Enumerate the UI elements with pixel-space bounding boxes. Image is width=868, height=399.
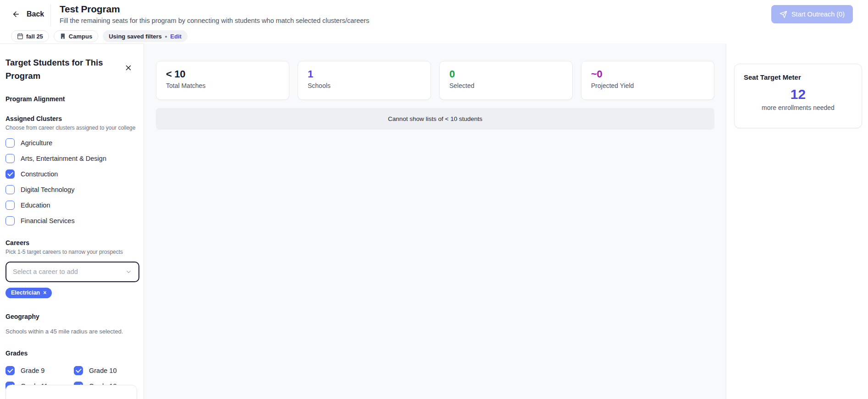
stat-card-total-matches: < 10 Total Matches	[156, 61, 289, 100]
grade-checkbox-10[interactable]: Grade 10	[74, 366, 137, 375]
cluster-checkbox-agriculture[interactable]: Agriculture	[6, 138, 137, 148]
careers-help: Pick 1-5 target careers to narrow your p…	[6, 248, 137, 256]
stat-card-selected: 0 Selected	[439, 61, 573, 100]
filters-panel: Target Students for This Program Program…	[0, 44, 144, 399]
send-icon	[780, 11, 787, 18]
calendar-icon	[17, 33, 23, 39]
cluster-checkbox-financial-services[interactable]: Financial Services	[6, 216, 137, 225]
checkbox-checked-icon	[6, 169, 15, 179]
career-tag-electrician[interactable]: Electrician ×	[6, 288, 52, 298]
cluster-checkbox-construction[interactable]: Construction	[6, 169, 137, 179]
geography-summary: Schools within a 45 mile radius are sele…	[6, 328, 137, 335]
filters-panel-header: Target Students for This Program	[6, 56, 137, 82]
stat-label: Projected Yield	[591, 82, 704, 89]
seat-target-value: 12	[744, 87, 852, 102]
header: Back Test Program Fill the remaining sea…	[0, 0, 868, 44]
chip-separator: •	[165, 33, 167, 40]
seat-target-card: Seat Target Meter 12 more enrollments ne…	[734, 64, 862, 128]
seat-target-heading: Seat Target Meter	[744, 73, 852, 81]
stat-card-projected-yield: ~0 Projected Yield	[581, 61, 714, 100]
term-chip: fall 25	[11, 30, 49, 42]
back-button[interactable]: Back	[12, 10, 44, 18]
geography-heading: Geography	[6, 313, 137, 320]
campus-chip: Campus	[54, 30, 98, 42]
career-tags: Electrician ×	[6, 288, 137, 298]
header-divider	[50, 5, 51, 27]
program-alignment-heading: Program Alignment	[6, 95, 137, 103]
seat-target-caption: more enrollments needed	[744, 104, 852, 111]
career-tag-label: Electrician	[11, 290, 40, 296]
saved-filters-label: Using saved filters	[109, 33, 162, 40]
page-title: Test Program	[60, 4, 369, 15]
term-chip-label: fall 25	[26, 33, 43, 40]
stat-label: Selected	[449, 82, 563, 89]
chips-row: fall 25 Campus Using saved filters • Edi…	[11, 30, 188, 42]
saved-filters-chip: Using saved filters • Edit	[103, 30, 188, 42]
career-select[interactable]: Select a career to add	[6, 262, 139, 282]
careers-heading: Careers	[6, 239, 137, 246]
building-icon	[60, 33, 66, 39]
assigned-clusters-help: Choose from career clusters assigned to …	[6, 124, 137, 131]
filters-panel-title: Target Students for This Program	[6, 56, 122, 82]
checkbox-unchecked-icon	[6, 216, 15, 225]
career-select-placeholder: Select a career to add	[13, 268, 78, 275]
arrow-left-icon	[12, 10, 20, 18]
checkbox-checked-icon	[74, 366, 83, 375]
campus-chip-label: Campus	[69, 33, 92, 40]
stat-value: < 10	[166, 68, 279, 80]
stat-label: Total Matches	[166, 82, 279, 89]
stat-value: 0	[449, 68, 563, 80]
page-subtitle: Fill the remaining seats for this progra…	[60, 17, 369, 24]
stat-value: ~0	[591, 68, 704, 80]
title-block: Test Program Fill the remaining seats fo…	[60, 4, 369, 24]
remove-tag-icon[interactable]: ×	[43, 290, 46, 296]
assigned-clusters-heading: Assigned Clusters	[6, 115, 137, 122]
checkbox-unchecked-icon	[6, 154, 15, 163]
cluster-checkbox-education[interactable]: Education	[6, 201, 137, 210]
stat-value: 1	[308, 68, 421, 80]
checkbox-unchecked-icon	[6, 201, 15, 210]
close-icon[interactable]	[124, 63, 134, 73]
content-area: Target Students for This Program Program…	[0, 44, 868, 399]
cluster-checkbox-digital-technology[interactable]: Digital Technology	[6, 185, 137, 194]
stat-label: Schools	[308, 82, 421, 89]
checkbox-unchecked-icon	[6, 138, 15, 148]
checkbox-unchecked-icon	[6, 185, 15, 194]
cluster-checkbox-arts-entertainment-design[interactable]: Arts, Entertainment & Design	[6, 154, 137, 163]
app-root: Back Test Program Fill the remaining sea…	[0, 0, 868, 399]
stat-cards-row: < 10 Total Matches 1 Schools 0 Selected …	[156, 61, 714, 100]
main-area: < 10 Total Matches 1 Schools 0 Selected …	[144, 44, 726, 399]
back-label: Back	[27, 10, 44, 18]
stat-card-schools: 1 Schools	[298, 61, 431, 100]
seat-target-panel: Seat Target Meter 12 more enrollments ne…	[726, 44, 868, 399]
chevron-down-icon	[125, 268, 132, 275]
edit-filters-link[interactable]: Edit	[170, 33, 182, 40]
grades-heading: Grades	[6, 350, 137, 357]
privacy-banner: Cannot show lists of < 10 students	[156, 108, 714, 130]
sidebar-bottom-button-partial[interactable]	[6, 385, 137, 399]
start-outreach-label: Start Outreach (0)	[791, 11, 845, 18]
grade-checkbox-9[interactable]: Grade 9	[6, 366, 74, 375]
checkbox-checked-icon	[6, 366, 15, 375]
start-outreach-button[interactable]: Start Outreach (0)	[771, 5, 853, 23]
